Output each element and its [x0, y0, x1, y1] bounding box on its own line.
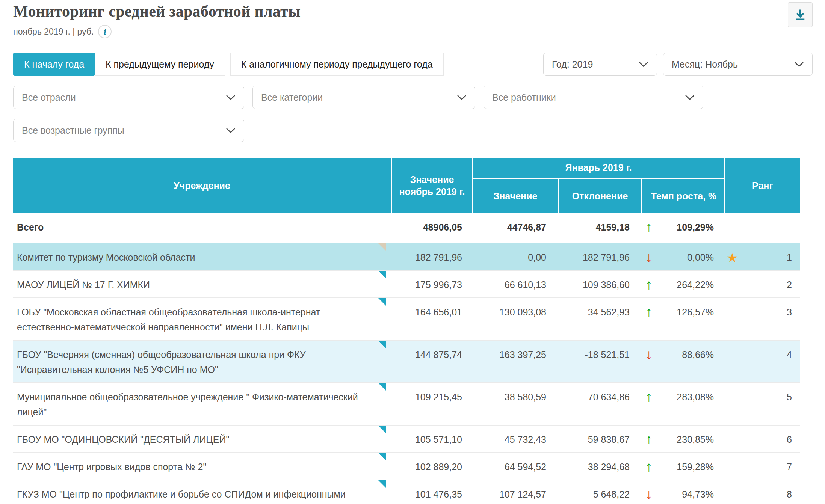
- filter-row-age: Все возрастные группы: [13, 119, 813, 142]
- top-bar: Мониторинг средней заработной платы нояб…: [13, 2, 813, 38]
- value-jan-cell: 44746,87: [472, 213, 556, 243]
- table-row-total[interactable]: Всего 48906,05 44746,87 4159,18 ↑ 109,29…: [13, 213, 800, 243]
- table-row[interactable]: Муниципальное общеобразовательное учрежд…: [13, 383, 800, 426]
- workers-dropdown[interactable]: Все работники: [484, 86, 703, 109]
- industry-dropdown-value: Все отрасли: [22, 92, 76, 103]
- rank-cell: 4: [724, 341, 800, 382]
- year-dropdown[interactable]: Год: 2019: [543, 53, 657, 76]
- star-icon[interactable]: ★: [727, 250, 738, 266]
- corner-marker-icon: [378, 341, 386, 348]
- rank-value: 7: [787, 459, 792, 474]
- value-nov-cell: 164 656,01: [391, 298, 472, 340]
- growth-value: 94,73%: [682, 487, 714, 502]
- institution-cell: Всего: [13, 213, 391, 243]
- month-dropdown[interactable]: Месяц: Ноябрь: [663, 53, 813, 76]
- value-jan-cell: 38 580,59: [472, 383, 556, 425]
- chevron-down-icon: [226, 95, 236, 100]
- age-group-dropdown[interactable]: Все возрастные группы: [13, 119, 244, 142]
- page-title: Мониторинг средней заработной платы: [13, 2, 301, 20]
- tab-previous-period[interactable]: К предыдущему периоду: [95, 53, 225, 76]
- table-row[interactable]: ГОБУ "Московская областная общеобразоват…: [13, 298, 800, 341]
- growth-cell: ↑ 283,08%: [639, 383, 724, 425]
- corner-marker-icon: [378, 243, 386, 251]
- chevron-down-icon: [794, 62, 804, 67]
- growth-value: 264,22%: [677, 277, 714, 292]
- corner-marker-icon: [378, 298, 386, 306]
- deviation-cell: 59 838,67: [556, 426, 639, 452]
- rank-value: 8: [787, 487, 792, 502]
- tab-same-period-previous-year[interactable]: К аналогичному периоду предыдущего года: [230, 53, 444, 76]
- category-dropdown[interactable]: Все категории: [252, 86, 475, 109]
- rank-value: 5: [787, 389, 792, 404]
- col-january-label: Январь 2019 г.: [473, 158, 724, 179]
- deviation-cell: -5 648,22: [556, 480, 639, 504]
- value-jan-cell: 163 397,25: [472, 341, 556, 382]
- info-icon[interactable]: i: [98, 25, 112, 38]
- table-row[interactable]: ГБОУ "Вечерняя (сменная) общеобразовател…: [13, 341, 800, 383]
- growth-value: 0,00%: [687, 250, 714, 265]
- chevron-down-icon: [226, 128, 236, 133]
- rank-cell: [724, 213, 800, 243]
- institution-cell: ГБОУ МО "ОДИНЦОВСКИЙ "ДЕСЯТЫЙ ЛИЦЕЙ": [13, 426, 391, 452]
- workers-dropdown-value: Все работники: [492, 92, 556, 103]
- institution-cell: Комитет по туризму Московской области: [13, 243, 391, 270]
- col-growth-rate: Темп роста, %: [641, 179, 725, 213]
- download-icon: [793, 8, 807, 21]
- corner-marker-icon: [378, 271, 386, 278]
- table-row[interactable]: Комитет по туризму Московской области 18…: [13, 243, 800, 271]
- chevron-down-icon: [685, 95, 695, 100]
- deviation-cell: 4159,18: [556, 213, 639, 243]
- age-group-dropdown-value: Все возрастные группы: [22, 125, 124, 136]
- growth-value: 283,08%: [677, 389, 714, 404]
- value-nov-cell: 109 215,45: [391, 383, 472, 425]
- subtitle-row: ноябрь 2019 г. | руб. i: [13, 25, 301, 38]
- rank-value: 1: [787, 250, 792, 265]
- value-jan-cell: 107 124,57: [472, 480, 556, 504]
- corner-marker-icon: [378, 453, 386, 460]
- growth-value: 126,57%: [677, 305, 714, 320]
- salary-table: Учреждение Значение ноябрь 2019 г. Январ…: [13, 158, 800, 504]
- info-letter: i: [104, 27, 106, 37]
- table-row[interactable]: МАОУ ЛИЦЕЙ № 17 Г. ХИМКИ 175 996,73 66 6…: [13, 271, 800, 298]
- dashboard-page: Мониторинг средней заработной платы нояб…: [0, 0, 825, 504]
- year-dropdown-value: Год: 2019: [552, 59, 593, 70]
- download-button[interactable]: [788, 2, 813, 27]
- institution-cell: МАОУ ЛИЦЕЙ № 17 Г. ХИМКИ: [13, 271, 391, 297]
- filter-row-periods: К началу года К предыдущему периоду К ан…: [13, 53, 813, 76]
- rank-cell: 7: [724, 453, 800, 480]
- table-row[interactable]: ГБОУ МО "ОДИНЦОВСКИЙ "ДЕСЯТЫЙ ЛИЦЕЙ" 105…: [13, 426, 800, 453]
- industry-dropdown[interactable]: Все отрасли: [13, 86, 244, 109]
- trend-up-icon: ↑: [645, 305, 653, 320]
- january-subcolumns: Значение Отклонение Темп роста, %: [473, 179, 724, 213]
- tab-year-to-date[interactable]: К началу года: [13, 53, 95, 76]
- growth-cell: ↑ 159,28%: [639, 453, 724, 480]
- trend-up-icon: ↑: [645, 459, 653, 474]
- period-subtitle: ноябрь 2019 г. | руб.: [13, 27, 94, 37]
- value-nov-cell: 182 791,96: [391, 243, 472, 270]
- rank-value: 3: [787, 305, 792, 320]
- growth-cell: ↓ 88,66%: [639, 341, 724, 382]
- growth-cell: ↑ 230,85%: [639, 426, 724, 452]
- rank-cell: 5: [724, 383, 800, 425]
- institution-cell: ГОБУ "Московская областная общеобразоват…: [13, 298, 391, 340]
- institution-cell: ГКУЗ МО "Центр по профилактике и борьбе …: [13, 480, 391, 504]
- trend-down-icon: ↓: [645, 487, 653, 502]
- corner-marker-icon: [378, 480, 386, 488]
- trend-down-icon: ↓: [645, 347, 653, 362]
- value-jan-cell: 0,00: [472, 243, 556, 270]
- table-row[interactable]: ГКУЗ МО "Центр по профилактике и борьбе …: [13, 480, 800, 504]
- growth-cell: ↓ 0,00%: [639, 243, 724, 270]
- category-dropdown-value: Все категории: [261, 92, 323, 103]
- col-rank: Ранг: [724, 158, 800, 213]
- corner-marker-icon: [378, 426, 386, 433]
- chevron-down-icon: [639, 62, 648, 67]
- growth-cell: ↑ 264,22%: [639, 271, 724, 297]
- filter-row-dimensions: Все отрасли Все категории Все работники: [13, 86, 813, 109]
- trend-up-icon: ↑: [645, 389, 653, 404]
- rank-value: 2: [787, 277, 792, 292]
- rank-cell: 6: [724, 426, 800, 452]
- table-row[interactable]: ГАУ МО "Центр игровых видов спорта № 2" …: [13, 453, 800, 480]
- deviation-cell: 182 791,96: [556, 243, 639, 270]
- institution-cell: ГБОУ "Вечерняя (сменная) общеобразовател…: [13, 341, 391, 382]
- col-institution: Учреждение: [13, 158, 391, 213]
